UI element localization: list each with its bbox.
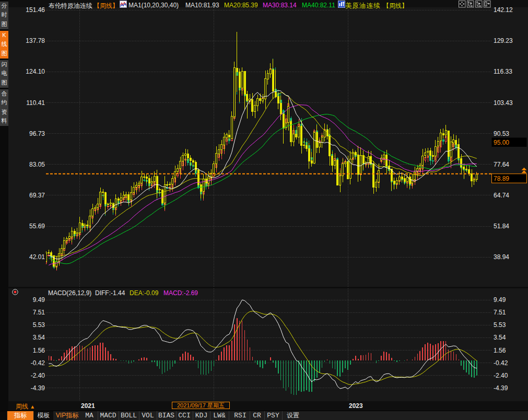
svg-text:151.46: 151.46 (26, 6, 45, 14)
svg-text:110.41: 110.41 (26, 99, 45, 107)
svg-text:90.53: 90.53 (494, 130, 509, 137)
svg-text:38.94: 38.94 (494, 253, 509, 261)
svg-text:1.56: 1.56 (33, 347, 45, 354)
svg-text:-0.42: -0.42 (31, 359, 45, 367)
svg-text:129.23: 129.23 (494, 37, 513, 44)
svg-text:77.64: 77.64 (494, 161, 509, 168)
svg-text:9.49: 9.49 (494, 296, 506, 304)
svg-text:-2.40: -2.40 (494, 372, 508, 379)
svg-text:3.54: 3.54 (33, 334, 45, 341)
svg-text:83.05: 83.05 (29, 161, 45, 168)
svg-text:5.53: 5.53 (33, 321, 45, 329)
svg-text:-4.39: -4.39 (494, 384, 508, 392)
svg-text:-4.39: -4.39 (31, 384, 45, 392)
svg-text:1.56: 1.56 (494, 347, 506, 354)
svg-text:55.69: 55.69 (29, 223, 45, 230)
svg-text:69.37: 69.37 (29, 192, 45, 199)
svg-text:142.12: 142.12 (494, 6, 513, 14)
svg-text:42.01: 42.01 (29, 253, 45, 261)
svg-text:7.51: 7.51 (494, 309, 506, 316)
svg-text:9.49: 9.49 (33, 296, 45, 304)
svg-text:-2.40: -2.40 (31, 372, 45, 379)
svg-text:7.51: 7.51 (33, 309, 45, 316)
svg-text:78.89: 78.89 (494, 175, 509, 182)
svg-text:95.00: 95.00 (494, 139, 509, 146)
svg-text:-0.42: -0.42 (494, 359, 508, 367)
svg-text:96.73: 96.73 (29, 130, 45, 137)
svg-text:124.10: 124.10 (26, 68, 45, 75)
svg-text:64.74: 64.74 (494, 192, 509, 199)
svg-text:137.78: 137.78 (26, 37, 45, 44)
svg-text:51.84: 51.84 (494, 223, 509, 230)
svg-text:5.53: 5.53 (494, 321, 506, 329)
svg-text:3.54: 3.54 (494, 334, 506, 341)
svg-text:116.33: 116.33 (494, 68, 512, 75)
svg-text:103.43: 103.43 (494, 99, 513, 107)
